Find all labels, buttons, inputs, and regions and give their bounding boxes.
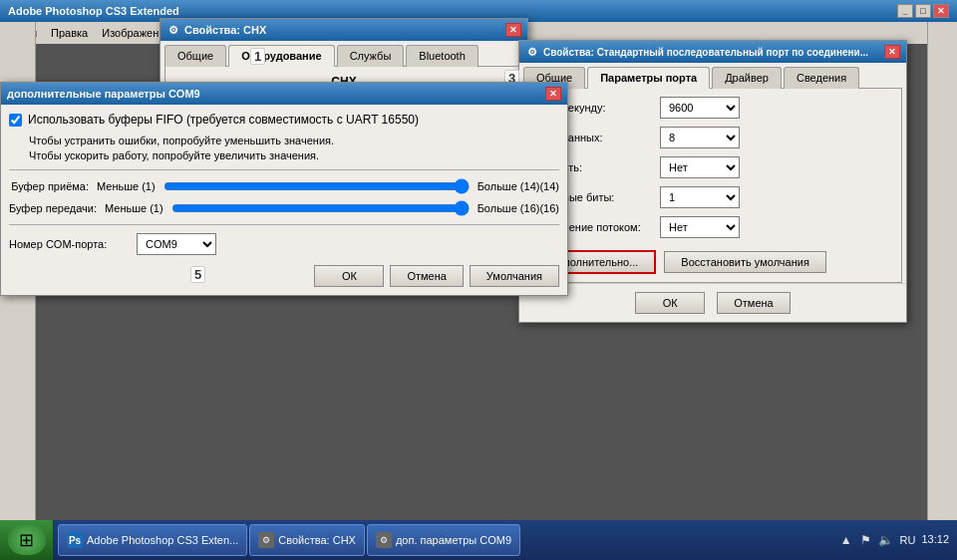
ps-window-controls: _ □ ✕ bbox=[897, 4, 949, 18]
chx-titlebar[interactable]: ⚙ Свойства: CHX ✕ bbox=[160, 19, 527, 41]
chx-tab-bar: Общие Оборудование Службы Bluetooth bbox=[160, 41, 527, 67]
taskbar-clock: 13:12 bbox=[921, 532, 949, 547]
ps-restore-btn[interactable]: □ bbox=[915, 4, 931, 18]
serial-tab-content: Бит в секунду: 9600120024004800192003840… bbox=[523, 88, 902, 283]
serial-dialog-buttons: ОК Отмена bbox=[519, 283, 906, 322]
fifo-checkbox[interactable] bbox=[9, 114, 22, 127]
serial-close-btn[interactable]: ✕ bbox=[884, 45, 900, 59]
advanced-defaults-btn[interactable]: Умолчания bbox=[470, 265, 559, 287]
com-port-label: Номер COM-порта: bbox=[9, 238, 129, 250]
serial-tab-driver[interactable]: Драйвер bbox=[712, 67, 782, 89]
menu-edit[interactable]: Правка bbox=[45, 25, 94, 41]
serial-restore-btn[interactable]: Восстановить умолчания bbox=[664, 251, 826, 273]
stopbits-select[interactable]: 11.52 bbox=[660, 186, 740, 208]
chx-close-btn[interactable]: ✕ bbox=[505, 23, 521, 37]
receive-buffer-row: Буфер приёма: Меньше (1) Больше (14)(14) bbox=[9, 178, 559, 194]
windows-logo: ⊞ bbox=[19, 529, 34, 551]
taskbar-item-ps[interactable]: Ps Adobe Photoshop CS3 Exten... bbox=[58, 524, 247, 556]
serial-tab-port-params[interactable]: Параметры порта bbox=[587, 67, 710, 89]
ps-title-text: Adobe Photoshop CS3 Extended bbox=[8, 5, 179, 17]
hint2-text: Чтобы ускорить работу, попробуйте увелич… bbox=[29, 149, 559, 161]
advanced-titlebar[interactable]: дополнительные параметры COM9 ✕ bbox=[1, 83, 567, 105]
databits-row: Биты данных: 8567 bbox=[532, 127, 893, 148]
ps-taskbar-icon: Ps bbox=[67, 532, 83, 548]
transmit-less-label: Меньше (1) bbox=[105, 202, 163, 214]
receive-more-label: Больше (14)(14) bbox=[478, 180, 559, 192]
advanced-content: Использовать буферы FIFO (требуется совм… bbox=[1, 105, 567, 295]
taskbar-com-label: доп. параметры COM9 bbox=[396, 534, 511, 546]
taskbar-ps-label: Adobe Photoshop CS3 Exten... bbox=[87, 534, 238, 546]
chx-tab-bluetooth[interactable]: Bluetooth bbox=[406, 45, 478, 67]
tray-icon-network: ▲ bbox=[838, 532, 854, 548]
transmit-buffer-row: Буфер передачи: Меньше (1) Больше (16)(1… bbox=[9, 200, 559, 216]
com-port-select[interactable]: COM9 COM1COM2COM3 COM4COM5COM6 COM7COM8 bbox=[137, 233, 216, 255]
advanced-title-text: дополнительные параметры COM9 bbox=[7, 88, 200, 100]
parity-row: Чётность: НетЧётныйНечётный bbox=[532, 156, 893, 178]
serial-title-icon: ⚙ bbox=[525, 45, 539, 59]
serial-tab-info[interactable]: Сведения bbox=[784, 67, 859, 89]
chx-tab-services[interactable]: Службы bbox=[337, 45, 405, 67]
serial-tab-bar: Общие Параметры порта Драйвер Сведения bbox=[519, 63, 906, 89]
serial-titlebar[interactable]: ⚙ Свойства: Стандартный последовательный… bbox=[519, 41, 906, 63]
databits-select[interactable]: 8567 bbox=[660, 127, 740, 148]
chx-title-icon: ⚙ bbox=[166, 23, 180, 37]
taskbar: ⊞ Ps Adobe Photoshop CS3 Exten... ⚙ Свой… bbox=[0, 520, 957, 560]
advanced-close-btn[interactable]: ✕ bbox=[545, 87, 561, 101]
taskbar-chx-label: Свойства: CHX bbox=[278, 534, 356, 546]
bps-select[interactable]: 9600120024004800192003840057600115200 bbox=[660, 97, 740, 119]
ps-close-btn[interactable]: ✕ bbox=[933, 4, 949, 18]
receive-slider[interactable] bbox=[163, 178, 470, 194]
transmit-slider[interactable] bbox=[171, 200, 470, 216]
chx-tab-hardware[interactable]: Оборудование bbox=[228, 45, 334, 67]
tray-icons: ▲ ⚑ 🔈 bbox=[838, 532, 894, 548]
transmit-label: Буфер передачи: bbox=[9, 202, 97, 214]
flowcontrol-row: Управление потоком: НетXon/XoffАппаратно… bbox=[532, 216, 893, 238]
hint1-text: Чтобы устранить ошибки, попробуйте умень… bbox=[29, 135, 559, 146]
taskbar-items: Ps Adobe Photoshop CS3 Exten... ⚙ Свойст… bbox=[54, 524, 830, 556]
advanced-ok-btn[interactable]: ОК bbox=[314, 265, 384, 287]
chx-tab-general[interactable]: Общие bbox=[164, 45, 226, 67]
serial-ok-btn[interactable]: ОК bbox=[635, 292, 705, 314]
ps-right-panel bbox=[927, 22, 957, 520]
receive-less-label: Меньше (1) bbox=[97, 180, 156, 192]
bps-row: Бит в секунду: 9600120024004800192003840… bbox=[532, 97, 893, 119]
taskbar-right: ▲ ⚑ 🔈 RU 13:12 bbox=[830, 532, 957, 548]
ps-minimize-btn[interactable]: _ bbox=[897, 4, 913, 18]
taskbar-item-chx[interactable]: ⚙ Свойства: CHX bbox=[249, 524, 365, 556]
serial-title-text: Свойства: Стандартный последовательный п… bbox=[543, 47, 868, 58]
taskbar-item-com[interactable]: ⚙ доп. параметры COM9 bbox=[367, 524, 520, 556]
clock-time: 13:12 bbox=[921, 532, 949, 547]
flowcontrol-select[interactable]: НетXon/XoffАппаратное bbox=[660, 216, 740, 238]
tray-icon-flag: ⚑ bbox=[858, 532, 874, 548]
fifo-label: Использовать буферы FIFO (требуется совм… bbox=[28, 113, 419, 127]
advanced-com-window: дополнительные параметры COM9 ✕ Использо… bbox=[0, 82, 568, 296]
com-taskbar-icon: ⚙ bbox=[376, 532, 392, 548]
transmit-more-label: Больше (16)(16) bbox=[478, 202, 559, 214]
tray-icon-sound: 🔈 bbox=[878, 532, 894, 548]
receive-label: Буфер приёма: bbox=[9, 180, 89, 192]
taskbar-lang: RU bbox=[900, 534, 916, 546]
start-logo: ⊞ bbox=[8, 525, 46, 555]
stopbits-row: Стоповые биты: 11.52 bbox=[532, 186, 893, 208]
start-button[interactable]: ⊞ bbox=[0, 520, 54, 560]
chx-taskbar-icon: ⚙ bbox=[258, 532, 274, 548]
com-port-row: Номер COM-порта: COM9 COM1COM2COM3 COM4C… bbox=[9, 233, 559, 255]
chx-title-text: Свойства: CHX bbox=[184, 24, 266, 36]
parity-select[interactable]: НетЧётныйНечётный bbox=[660, 156, 740, 178]
serial-port-window: ⚙ Свойства: Стандартный последовательный… bbox=[518, 40, 907, 323]
fifo-checkbox-row: Использовать буферы FIFO (требуется совм… bbox=[9, 113, 559, 127]
advanced-cancel-btn[interactable]: Отмена bbox=[390, 265, 463, 287]
serial-cancel-btn[interactable]: Отмена bbox=[717, 292, 790, 314]
